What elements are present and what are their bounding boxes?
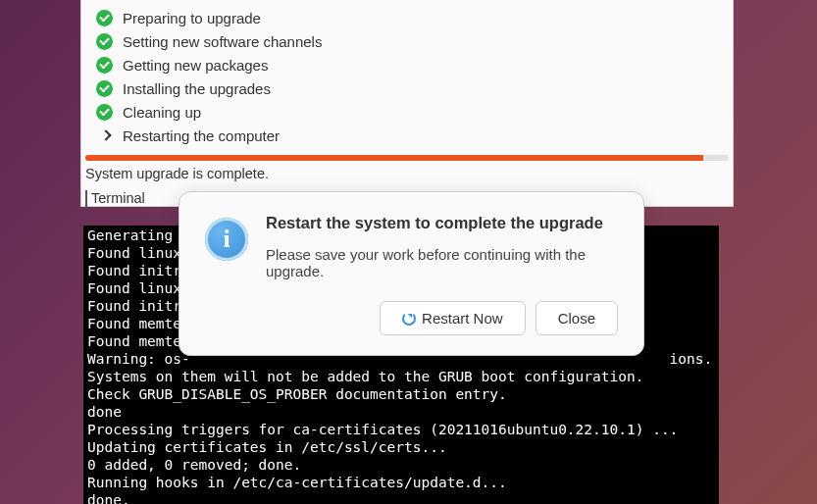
step-getting: Getting new packages: [95, 53, 719, 76]
step-label: Installing the upgrades: [123, 80, 271, 97]
dialog-title: Restart the system to complete the upgra…: [266, 214, 618, 232]
step-preparing: Preparing to upgrade: [95, 6, 719, 29]
step-restarting: Restarting the computer: [95, 124, 719, 147]
restart-dialog: i Restart the system to complete the upg…: [179, 191, 644, 356]
close-button[interactable]: Close: [536, 301, 618, 335]
dialog-text: Please save your work before continuing …: [266, 246, 618, 279]
step-channels: Setting new software channels: [95, 29, 719, 53]
check-icon: [95, 103, 113, 121]
restart-button-label: Restart Now: [422, 310, 503, 327]
step-label: Restarting the computer: [123, 127, 280, 144]
step-cleaning: Cleaning up: [95, 100, 719, 124]
check-icon: [95, 9, 113, 26]
chevron-right-icon: [95, 126, 113, 144]
status-text: System upgrade is complete.: [81, 161, 733, 186]
upgrade-steps: Preparing to upgrade Setting new softwar…: [81, 0, 733, 151]
upgrade-window: Preparing to upgrade Setting new softwar…: [80, 0, 734, 207]
refresh-icon: [402, 312, 416, 326]
step-label: Getting new packages: [123, 57, 268, 74]
info-icon: i: [205, 218, 248, 261]
close-button-label: Close: [558, 310, 595, 327]
check-icon: [95, 32, 113, 50]
restart-now-button[interactable]: Restart Now: [380, 301, 526, 335]
terminal-toggle-label: Terminal: [91, 190, 145, 206]
step-installing: Installing the upgrades: [95, 76, 719, 100]
dialog-body: Restart the system to complete the upgra…: [266, 214, 618, 335]
check-icon: [95, 79, 113, 97]
chevron-down-icon: [85, 190, 87, 206]
dialog-buttons: Restart Now Close: [266, 301, 618, 335]
step-label: Preparing to upgrade: [123, 10, 261, 26]
step-label: Setting new software channels: [123, 33, 322, 50]
step-label: Cleaning up: [123, 104, 201, 121]
check-icon: [95, 56, 113, 74]
